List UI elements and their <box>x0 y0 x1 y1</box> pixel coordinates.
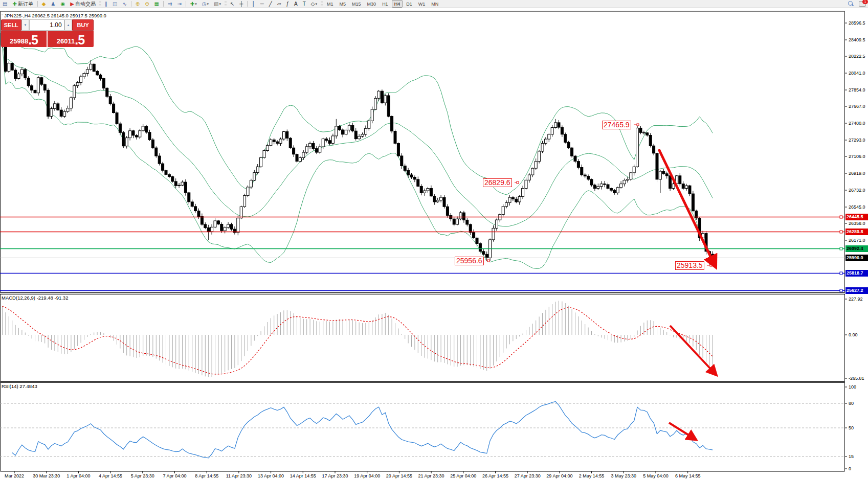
zoom-in-icon-glyph: ⊕ <box>136 1 140 7</box>
timeframe-button-m30[interactable]: M30 <box>365 0 379 8</box>
toolbar-separator <box>131 1 131 7</box>
timeframe-button-m15[interactable]: M15 <box>349 0 364 8</box>
toolbar-separator <box>247 1 248 7</box>
buy-price-fraction: .5 <box>75 34 84 47</box>
support-line-blue-2-handle[interactable] <box>840 289 842 292</box>
candlestick-chart-icon[interactable]: ◫ <box>110 0 119 8</box>
support-line-green-handle[interactable] <box>840 247 842 250</box>
indicators-glyph: ✚ <box>190 1 194 7</box>
macd-histogram <box>3 301 713 377</box>
toolbar-drag-handle[interactable] <box>225 1 227 7</box>
indicators-button[interactable]: ✚▾ <box>188 0 199 8</box>
sell-button[interactable]: SELL <box>1 19 21 31</box>
dropdown-caret-icon: ▾ <box>219 2 221 6</box>
trade-panel-controls: SELL ▼ 1.00 ▲ BUY <box>1 19 94 31</box>
toolbar-drag-handle[interactable] <box>321 1 323 7</box>
downtrend-arrow-rsi[interactable] <box>669 423 695 439</box>
bar-chart-icon[interactable]: ∥ <box>103 0 109 8</box>
periods-button[interactable]: ◷▾ <box>200 0 211 8</box>
rsi-line <box>12 402 713 458</box>
vertical-line-icon[interactable]: │ <box>250 0 257 8</box>
bollinger-middle-band <box>3 45 713 226</box>
zoom-out-icon[interactable]: ⊖ <box>143 0 151 8</box>
fibonacci-icon-glyph: ƒ <box>286 1 290 7</box>
crosshair-icon[interactable]: ┼ <box>237 0 245 8</box>
timeframe-button-h4[interactable]: H4 <box>392 0 403 8</box>
search-handle <box>852 4 854 6</box>
shapes-glyph: ◇ <box>311 1 315 7</box>
buy-button[interactable]: BUY <box>72 19 94 31</box>
notification-badge: 1 <box>862 0 868 4</box>
dropdown-caret-icon: ▾ <box>316 2 318 6</box>
timeframe-button-h1[interactable]: H1 <box>380 0 391 8</box>
chart-shift-icon-glyph: ⇥ <box>177 1 181 7</box>
periods-glyph: ◷ <box>202 1 207 7</box>
timeframe-button-w1[interactable]: W1 <box>416 0 428 8</box>
horizontal-lines[interactable] <box>0 216 845 292</box>
resistance-line-2-handle[interactable] <box>840 231 842 233</box>
auto-scroll-icon[interactable]: ⇉ <box>166 0 174 8</box>
one-click-trade-panel: SELL ▼ 1.00 ▲ BUY 25988 .5 26011 .5 <box>1 19 94 47</box>
text-icon-glyph: A <box>294 1 298 7</box>
toolbar-right-icons: 1 <box>848 1 866 7</box>
sell-price-main: 25988 <box>10 36 28 47</box>
toolbar-drag-handle[interactable] <box>99 1 101 7</box>
search-icon[interactable] <box>848 1 854 7</box>
dropdown-caret-icon: ▾ <box>207 2 209 6</box>
buy-price-main: 26011 <box>57 36 75 47</box>
tile-windows-icon[interactable]: ▦ <box>152 0 161 8</box>
sell-price[interactable]: 25988 .5 <box>1 31 47 47</box>
shapes-button[interactable]: ◇▾ <box>309 0 319 8</box>
channel-icon[interactable]: ▱ <box>275 0 283 8</box>
resistance-line-1-handle[interactable] <box>840 216 842 218</box>
community-icon[interactable]: ♟ <box>49 0 58 8</box>
zoom-in-icon[interactable]: ⊕ <box>133 0 142 8</box>
price-axis-ticks <box>845 23 847 469</box>
chart-canvas[interactable] <box>0 0 868 479</box>
toolbar-separator <box>37 1 38 7</box>
volume-decrease-button[interactable]: ▼ <box>21 19 30 31</box>
metaeditor-icon[interactable]: ◆ <box>40 0 48 8</box>
chart-icon: ° <box>2 13 3 18</box>
trade-panel-prices: 25988 .5 26011 .5 <box>1 31 94 47</box>
autotrading-button[interactable]: ▶自动交易 <box>68 0 98 8</box>
candles <box>1 32 714 265</box>
cursor-icon-glyph: ↖ <box>230 1 234 7</box>
toolbar-separator <box>163 1 164 7</box>
horizontal-line-icon[interactable]: ─ <box>258 0 266 8</box>
signals-icon-glyph: ◉ <box>61 1 65 7</box>
text-label-icon[interactable]: T <box>301 0 308 8</box>
bollinger-bands <box>3 32 713 269</box>
chart-window-icon[interactable]: ▤ <box>1 0 9 8</box>
timeframe-button-d1[interactable]: D1 <box>404 0 415 8</box>
fibonacci-icon[interactable]: ƒ <box>284 0 292 8</box>
cursor-icon[interactable]: ↖ <box>228 0 236 8</box>
callout-connectors <box>486 124 712 266</box>
horizontal-line-icon-glyph: ─ <box>260 1 264 7</box>
candlestick-chart-icon-glyph: ◫ <box>113 1 117 7</box>
chart-shift-icon[interactable]: ⇥ <box>175 0 183 8</box>
new-order-button[interactable]: ✚新订单 <box>10 0 35 8</box>
mt4-window: ▤✚新订单◆♟◉▶自动交易∥◫∿⊕⊖▦⇉⇥✚▾◷▾▧▾↖┼│─╱▱ƒAT◇▾M1… <box>0 0 868 479</box>
support-line-blue-1-handle[interactable] <box>840 272 842 275</box>
metaeditor-icon-glyph: ◆ <box>42 1 46 7</box>
volume-increase-button[interactable]: ▲ <box>64 19 73 31</box>
downtrend-arrow-macd[interactable] <box>670 326 716 374</box>
notifications-icon[interactable]: 1 <box>859 1 866 7</box>
rsi-level-lines <box>0 403 845 457</box>
templates-button[interactable]: ▧▾ <box>212 0 223 8</box>
timeframe-button-m1[interactable]: M1 <box>324 0 336 8</box>
trendline-icon[interactable]: ╱ <box>267 0 274 8</box>
timeframe-button-mn[interactable]: MN <box>429 0 441 8</box>
volume-input[interactable]: 1.00 <box>29 19 64 31</box>
timeframe-button-m5[interactable]: M5 <box>337 0 349 8</box>
signals-icon[interactable]: ◉ <box>59 0 68 8</box>
trendline-icon-glyph: ╱ <box>269 1 272 7</box>
line-chart-icon[interactable]: ∿ <box>120 0 128 8</box>
zoom-out-icon-glyph: ⊖ <box>145 1 149 7</box>
chart-window-icon-glyph: ▤ <box>3 1 7 7</box>
text-icon[interactable]: A <box>292 0 300 8</box>
line-chart-icon-glyph: ∿ <box>122 1 126 7</box>
buy-price[interactable]: 26011 .5 <box>48 31 94 47</box>
tile-windows-icon-glyph: ▦ <box>154 1 159 7</box>
